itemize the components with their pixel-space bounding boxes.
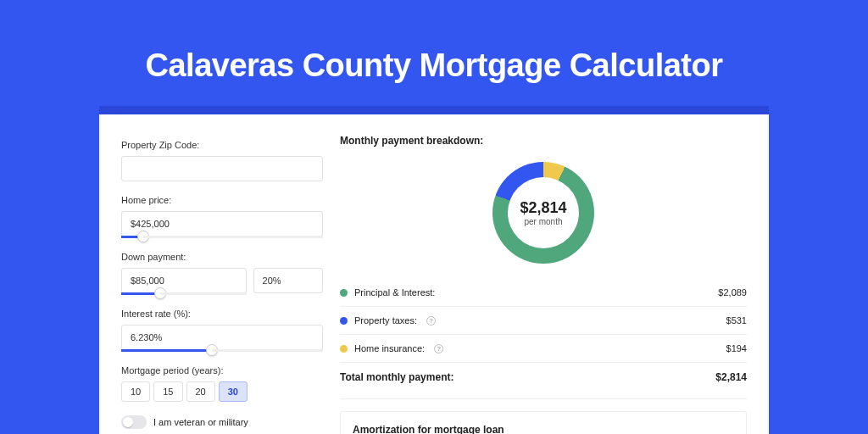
field-veteran: I am veteran or military — [121, 415, 323, 429]
slider-handle-home-price[interactable] — [137, 231, 149, 242]
info-icon[interactable]: ? — [434, 344, 443, 353]
label-down-payment: Down payment: — [121, 252, 323, 262]
donut-sub: per month — [520, 217, 566, 226]
slider-handle-down-payment[interactable] — [154, 287, 166, 299]
donut-chart-wrap: $2,814 per month — [340, 162, 747, 264]
amortization-card: Amortization for mortgage loan Amortizat… — [340, 411, 747, 434]
label-interest-rate: Interest rate (%): — [121, 309, 323, 319]
legend-row-taxes: Property taxes: ? $531 — [340, 307, 747, 335]
label-mortgage-period: Mortgage period (years): — [121, 365, 323, 376]
slider-home-price[interactable] — [121, 236, 323, 238]
form-column: Property Zip Code: Home price: Down paym… — [121, 135, 323, 434]
period-option-10[interactable]: 10 — [121, 381, 150, 402]
label-home-price: Home price: — [121, 195, 323, 205]
input-down-payment-amount[interactable] — [121, 268, 247, 293]
toggle-veteran[interactable] — [121, 415, 147, 429]
field-home-price: Home price: — [121, 195, 323, 238]
legend-value: $194 — [726, 343, 747, 353]
input-down-payment-pct[interactable] — [253, 268, 323, 293]
slider-down-payment[interactable] — [121, 292, 247, 295]
legend-row-insurance: Home insurance: ? $194 — [340, 335, 747, 363]
calculator-card: Property Zip Code: Home price: Down paym… — [99, 114, 769, 434]
donut-chart: $2,814 per month — [492, 162, 594, 264]
donut-amount: $2,814 — [520, 199, 566, 217]
total-row: Total monthly payment: $2,814 — [340, 363, 747, 399]
legend-row-principal: Principal & Interest: $2,089 — [340, 279, 747, 307]
total-value: $2,814 — [715, 371, 747, 383]
amortization-title: Amortization for mortgage loan — [353, 424, 734, 434]
input-zip[interactable] — [121, 156, 323, 181]
input-home-price[interactable] — [121, 211, 323, 236]
legend-label: Property taxes: — [354, 315, 417, 326]
label-veteran: I am veteran or military — [153, 417, 248, 427]
period-option-30[interactable]: 30 — [219, 381, 248, 402]
calculator-panel: Property Zip Code: Home price: Down paym… — [99, 106, 769, 434]
total-label: Total monthly payment: — [340, 371, 453, 383]
dot-icon — [340, 345, 348, 353]
legend-value: $531 — [726, 315, 747, 326]
info-icon[interactable]: ? — [426, 316, 436, 326]
label-zip: Property Zip Code: — [121, 140, 323, 150]
slider-handle-interest-rate[interactable] — [206, 344, 218, 356]
legend-value: $2,089 — [718, 287, 747, 298]
breakdown-heading: Monthly payment breakdown: — [340, 135, 747, 147]
field-interest-rate: Interest rate (%): — [121, 309, 323, 352]
period-option-15[interactable]: 15 — [153, 381, 182, 402]
breakdown-column: Monthly payment breakdown: $2,814 per mo… — [340, 135, 747, 434]
segmented-period: 10 15 20 30 — [121, 381, 323, 402]
period-option-20[interactable]: 20 — [186, 381, 215, 402]
dot-icon — [340, 317, 348, 325]
dot-icon — [340, 289, 348, 297]
legend-label: Principal & Interest: — [354, 287, 435, 298]
slider-interest-rate[interactable] — [121, 349, 323, 352]
page-title: Calaveras County Mortgage Calculator — [0, 0, 868, 106]
legend-label: Home insurance: — [354, 343, 425, 353]
field-mortgage-period: Mortgage period (years): 10 15 20 30 — [121, 365, 323, 402]
field-zip: Property Zip Code: — [121, 140, 323, 181]
field-down-payment: Down payment: — [121, 252, 323, 295]
donut-center: $2,814 per month — [520, 199, 566, 226]
input-interest-rate[interactable] — [121, 325, 323, 350]
